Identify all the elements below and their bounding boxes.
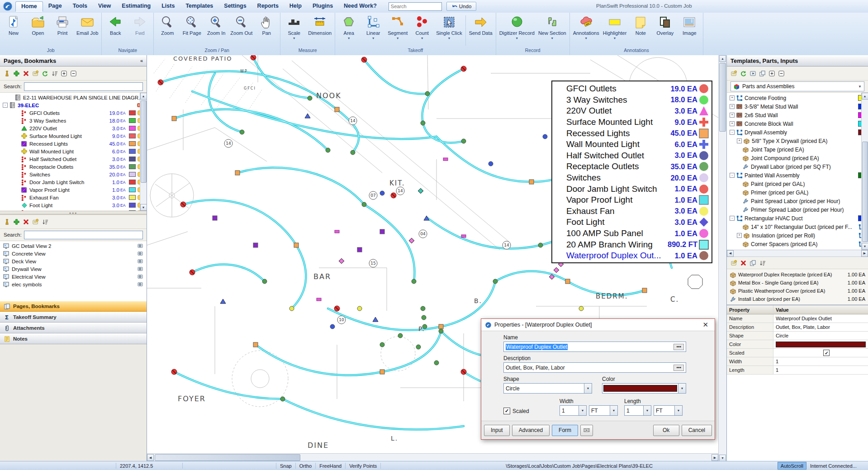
part-item-metal-box-single-gang-priced-ea[interactable]: Metal Box - Single Gang (priced EA)1.00 … bbox=[727, 279, 868, 287]
property-row-name[interactable]: NameWaterproof Duplex Outlet bbox=[727, 314, 868, 323]
name-field[interactable]: Waterproof Duplex Outlet ••• bbox=[503, 342, 686, 352]
props-icon[interactable] bbox=[32, 218, 39, 225]
scroll-up-icon[interactable]: ▲ bbox=[140, 93, 147, 100]
menu-tab-templates[interactable]: Templates bbox=[180, 1, 218, 12]
chevron-down-icon[interactable]: ▼ bbox=[674, 406, 682, 415]
plusbox-icon[interactable] bbox=[768, 70, 775, 77]
accordion-takeoff-summary[interactable]: ΣTakeoff Summary bbox=[0, 312, 147, 323]
copyic-icon[interactable] bbox=[749, 260, 756, 266]
status-toggle-freehand[interactable]: FreeHand bbox=[316, 463, 346, 469]
color-dropdown[interactable]: ▼ bbox=[602, 383, 686, 394]
xR-icon[interactable] bbox=[23, 218, 29, 225]
pages-search-input[interactable] bbox=[24, 82, 143, 91]
props-icon[interactable] bbox=[32, 70, 39, 77]
plusbox-icon[interactable] bbox=[61, 70, 67, 77]
length-unit-dropdown[interactable]: FT ▼ bbox=[654, 405, 683, 416]
cancel-button[interactable]: Cancel bbox=[682, 425, 712, 436]
shape-dropdown[interactable]: Circle ▼ bbox=[503, 383, 592, 394]
plusG-icon[interactable] bbox=[13, 218, 20, 225]
canvas-horizontal-scrollbar[interactable]: ◀ ▶ bbox=[147, 453, 718, 461]
digitizer-record-button[interactable]: Digitizer Record▼ bbox=[498, 14, 536, 40]
dialog-titlebar[interactable]: Properties - [Waterproof Duplex Outlet] … bbox=[481, 319, 715, 331]
chevron-down-icon[interactable]: ▼ bbox=[584, 384, 592, 393]
advanced-button[interactable]: Advanced bbox=[512, 425, 550, 436]
status-toggle-ortho[interactable]: Ortho bbox=[296, 463, 316, 469]
tree-expander[interactable]: - bbox=[730, 173, 735, 178]
description-field[interactable]: Outlet, Box, Plate, Labor ••• bbox=[503, 362, 686, 373]
catalog-dropdown[interactable]: Parts and Assemblies ▼ bbox=[730, 81, 864, 91]
menu-tab-page[interactable]: Page bbox=[43, 1, 67, 12]
parts-tree-item-joint-compound-priced-ea[interactable]: Joint Compound (priced EA) bbox=[727, 154, 868, 162]
parts-tree-item-drywall-labor-priced-per-sq-ft[interactable]: Drywall Labor (priced per SQ FT) bbox=[727, 162, 868, 171]
parts-tree-item-paint-spread-labor-priced-per-hour[interactable]: Paint Spread Labor (priced per Hour) bbox=[727, 197, 868, 205]
highlighter-button[interactable]: Highlighter▼ bbox=[601, 14, 629, 40]
statue-icon[interactable] bbox=[4, 218, 10, 225]
parts-tree-item-painted-wall-assembly[interactable]: -Painted Wall Assembly bbox=[727, 171, 868, 180]
tree-expander[interactable]: - bbox=[730, 130, 735, 135]
view-item-gc-detail-view-2[interactable]: GC Detail View 2 bbox=[0, 242, 147, 250]
accordion-pages-bookmarks[interactable]: Pages, Bookmarks bbox=[0, 301, 147, 312]
parts-tree-item-concrete-footing[interactable]: +Concrete Footing bbox=[727, 94, 868, 102]
panel-splitter[interactable]: ●●● bbox=[0, 211, 147, 215]
menu-tab-reports[interactable]: Reports bbox=[252, 1, 284, 12]
canvas-vertical-scrollbar[interactable]: ▲ ▼ bbox=[718, 55, 726, 461]
tree-item-surface-mounted-light[interactable]: Surface Mounted Light9.0EA bbox=[0, 132, 147, 140]
views-search-input[interactable] bbox=[24, 231, 143, 239]
refresh-icon[interactable] bbox=[42, 70, 48, 77]
accordion-notes[interactable]: Notes bbox=[0, 333, 147, 344]
pan-button[interactable]: Pan bbox=[254, 14, 279, 36]
part-item-install-labor-priced-per-ea[interactable]: Install Labor (priced per EA)1.00 EA bbox=[727, 295, 868, 303]
segment-button[interactable]: Segment▼ bbox=[385, 14, 410, 40]
sort-icon[interactable] bbox=[51, 70, 58, 77]
chevron-down-icon[interactable]: ▼ bbox=[643, 406, 651, 415]
minusbox-icon[interactable] bbox=[70, 70, 77, 77]
tree-expander[interactable]: - bbox=[3, 103, 8, 108]
parts-tree-item-primer-spread-labor-priced-per-hour[interactable]: Primer Spread Labor (priced per Hour) bbox=[727, 205, 868, 214]
property-row-color[interactable]: Color bbox=[727, 340, 868, 349]
scroll-down-icon[interactable]: ▼ bbox=[719, 455, 726, 461]
scroll-up-icon[interactable]: ▲ bbox=[862, 93, 868, 100]
scroll-left-icon[interactable]: ◀ bbox=[147, 454, 154, 461]
recbtn-icon[interactable] bbox=[749, 70, 756, 77]
dimension-button[interactable]: Dimension bbox=[306, 14, 333, 36]
name-ellipsis-button[interactable]: ••• bbox=[674, 344, 684, 350]
minusbox-icon[interactable] bbox=[778, 70, 785, 77]
tree-expander[interactable]: - bbox=[730, 216, 735, 221]
statue-icon[interactable] bbox=[4, 70, 10, 77]
copyic-icon[interactable] bbox=[759, 70, 766, 77]
tree-horizontal-scrollbar[interactable]: ◀ ▶ bbox=[727, 250, 868, 257]
part-item-plastic-weatherproof-cover-priced-ea[interactable]: Plastic Weatherproof Cover (priced EA)1.… bbox=[727, 287, 868, 295]
tree-expander[interactable]: + bbox=[730, 113, 735, 118]
scale-button[interactable]: Scale▼ bbox=[282, 14, 306, 40]
tree-item-gfci-outlets[interactable]: GFCI Outlets19.0EA bbox=[0, 109, 147, 117]
tree-expander[interactable]: + bbox=[737, 138, 742, 143]
menu-tab-tools[interactable]: Tools bbox=[67, 1, 93, 12]
tree-item-receptacle-outlets[interactable]: Receptacle Outlets35.0EA bbox=[0, 163, 147, 171]
menu-tab-plugins[interactable]: Plugins bbox=[307, 1, 338, 12]
send-data-button[interactable]: Send Data bbox=[467, 14, 494, 36]
undo-button[interactable]: Undo bbox=[446, 2, 477, 11]
tree-expander[interactable]: + bbox=[730, 121, 735, 126]
accordion-attachments[interactable]: Attachments bbox=[0, 323, 147, 333]
fit-page-button[interactable]: Fit Page bbox=[180, 14, 204, 36]
camR-icon[interactable] bbox=[137, 250, 144, 257]
scaled-checkbox[interactable]: ✓ Scaled bbox=[503, 406, 553, 416]
sort-icon[interactable] bbox=[759, 260, 766, 266]
new-button[interactable]: New bbox=[1, 14, 26, 36]
camR-icon[interactable] bbox=[137, 273, 144, 280]
autoscroll-toggle[interactable]: AutoScroll bbox=[778, 462, 806, 470]
menu-tab-home[interactable]: Home bbox=[15, 1, 43, 12]
description-ellipsis-button[interactable]: ••• bbox=[674, 365, 684, 371]
view-item-concrete-view[interactable]: Concrete View bbox=[0, 250, 147, 257]
camR-icon[interactable] bbox=[137, 266, 144, 272]
sort-icon[interactable] bbox=[42, 218, 48, 225]
zoom-out-button[interactable]: Zoom Out bbox=[228, 14, 254, 36]
tree-vertical-scrollbar[interactable]: ▲▼ bbox=[861, 93, 868, 250]
tree-vertical-scrollbar[interactable]: ▲▼ bbox=[140, 93, 147, 211]
props-icon[interactable] bbox=[730, 70, 737, 77]
property-row-scaled[interactable]: Scaled✓ bbox=[727, 349, 868, 357]
ok-button[interactable]: Ok bbox=[653, 425, 679, 436]
parts-tree-item-3-5-8-metal-stud-wall[interactable]: +3-5/8" Metal Stud Wall bbox=[727, 102, 868, 111]
zoom-button[interactable]: Zoom bbox=[155, 14, 180, 36]
parts-tree-item-corner-spacers-priced-ea[interactable]: Corner Spacers (priced EA) bbox=[727, 240, 868, 248]
